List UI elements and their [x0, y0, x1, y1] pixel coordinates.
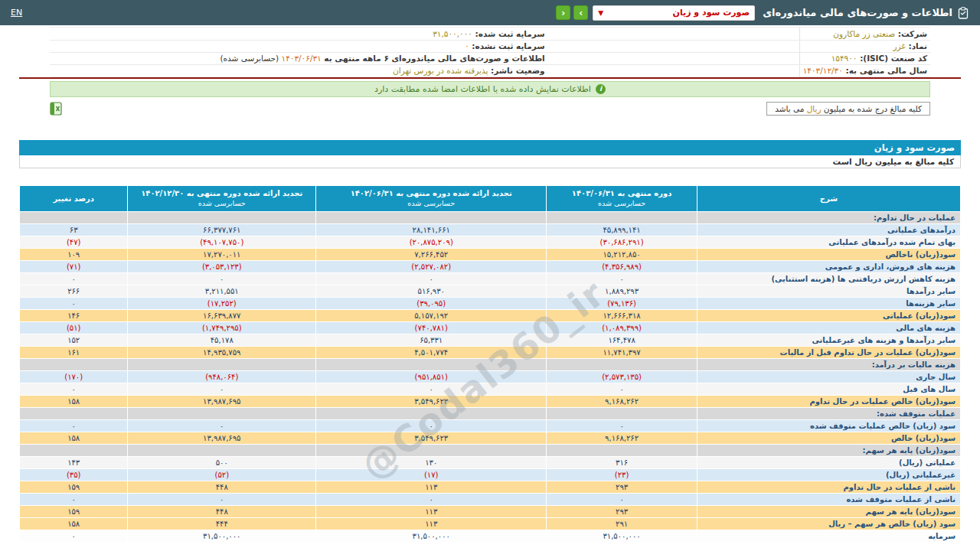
row-label: سود(زیان) پایه هر سهم: [697, 505, 960, 517]
value-cell: ۵۰۰: [128, 456, 316, 468]
value-cell: (۲۰,۸۷۵,۲۰۹): [316, 236, 547, 248]
signature-match-text: اطلاعات نمایش داده شده با اطلاعات امضا ش…: [374, 84, 591, 94]
table-row: سود(زیان) خالص۹,۱۶۸,۲۶۲۳,۵۴۹,۶۲۳۱۳,۹۸۷,۶…: [20, 432, 961, 444]
value-cell: ۱۵۸: [20, 432, 128, 444]
value-cell: (۳۹,۰۹۵): [316, 297, 547, 309]
table-row: سود(زیان) پایه هر سهم۲۹۳۱۱۳۴۴۸۱۵۹: [20, 505, 961, 517]
table-row: سال های قبل۰۰۰۰: [20, 383, 961, 395]
column-title: دوره منتهی به ۱۴۰۳/۰۶/۳۱: [550, 189, 694, 197]
column-title: تجدید ارائه شده دوره منتهی به ۱۴۰۲/۰۶/۳۱: [319, 189, 543, 197]
clipboard-icon: [957, 7, 969, 19]
info-cell: اطلاعات و صورت‌های مالی میاندوره‌ای ۶ ما…: [50, 52, 799, 64]
info-value: غزر: [893, 41, 905, 51]
value-cell: ۷,۲۶۶,۴۵۲: [316, 248, 547, 260]
value-cell: [316, 407, 547, 419]
value-cell: ۰: [547, 272, 697, 285]
value-cell: ۹,۱۶۸,۲۶۲: [547, 395, 697, 407]
table-row: بهای تمام شده درآمدهای عملیاتی(۳۰,۶۸۶,۲۹…: [20, 236, 961, 248]
value-cell: (۱۷۰): [20, 370, 128, 383]
value-cell: ۱۳,۹۸۷,۶۹۵: [128, 432, 316, 444]
value-cell: ۱۱,۷۴۱,۳۹۷: [547, 346, 697, 358]
value-cell: ۰: [547, 493, 697, 505]
info-cell: شرکت: صنعتی زر ماکارون: [799, 28, 930, 40]
period-nav: › ‹: [556, 5, 588, 20]
info-value: پذیرفته شده در بورس تهران: [393, 66, 488, 75]
value-cell: ۱۶۴,۴۷۸: [547, 334, 697, 346]
value-cell: (۲,۵۷۳,۱۳۵): [547, 370, 697, 383]
table-row: سایر درآمدها۱,۸۸۹,۲۹۳۵۱۶,۹۳۰۳,۲۱۱,۵۵۱۲۶۶: [20, 285, 961, 297]
chevron-down-icon: ▼: [598, 9, 603, 17]
table-row: هزینه های فروش، اداری و عمومی(۴,۳۵۶,۹۸۹)…: [20, 260, 961, 272]
column-header: تجدید ارائه شده دوره منتهی به ۱۴۰۲/۱۲/۳۰…: [128, 185, 316, 211]
value-cell: [316, 444, 547, 456]
value-cell: (۴۷): [20, 236, 128, 248]
unit-note: کلیه مبالغ درج شده به میلیون ریال می باش…: [766, 102, 930, 116]
column-header: تجدید ارائه شده دوره منتهی به ۱۴۰۲/۰۶/۳۱…: [316, 185, 547, 211]
info-row: کد صنعت (ISIC): ۱۵۴۹۰۰اطلاعات و صورت‌های…: [50, 52, 930, 64]
value-cell: ۴۴۸: [128, 481, 316, 493]
value-cell: ۴۴۴: [128, 517, 316, 530]
column-subtitle: حسابرسی شده: [131, 199, 312, 207]
value-cell: ۱۴۶: [20, 309, 128, 321]
column-title: شرح: [701, 194, 957, 203]
info-label: سرمایه ثبت نشده:: [469, 41, 545, 51]
row-label: سایر درآمدها و هزینه های غیرعملیاتی: [697, 334, 960, 346]
value-cell: ۰: [20, 419, 128, 432]
value-cell: ۳۱,۵۰۰,۰۰۰: [128, 530, 316, 542]
value-cell: ۱۳,۹۸۷,۶۹۵: [128, 395, 316, 407]
language-toggle-en[interactable]: EN: [11, 8, 22, 18]
value-cell: (۲۳): [547, 468, 697, 481]
table-row: سود(زیان) عملیات در حال تداوم قبل از مال…: [20, 346, 961, 358]
info-cell: وضعیت ناشر: پذیرفته شده در بورس تهران: [50, 64, 799, 77]
value-cell: ۱۵۲: [20, 334, 128, 346]
value-cell: ۱۵۸: [20, 517, 128, 530]
column-subtitle: حسابرسی شده: [319, 199, 543, 207]
value-cell: (۳۵): [20, 468, 128, 481]
value-cell: ۰: [128, 383, 316, 395]
column-title: تجدید ارائه شده دوره منتهی به ۱۴۰۲/۱۲/۳۰: [131, 189, 312, 197]
value-cell: (۴۹,۱۰۷,۷۵۰): [128, 236, 316, 248]
value-cell: ۱۱۳: [316, 481, 547, 493]
value-cell: (۱,۷۴۹,۲۹۵): [128, 321, 316, 334]
section-row: سود(زیان) پایه هر سهم:: [20, 444, 961, 456]
row-label: عملیاتی (ریال): [697, 456, 960, 468]
info-value: صنعتی زر ماکارون: [833, 29, 895, 38]
statement-select[interactable]: صورت سود و زیان ▼: [593, 5, 755, 21]
info-cell: سرمایه ثبت نشده: ۰: [50, 40, 799, 52]
unit-note-highlight: ریال: [807, 104, 822, 113]
nav-next-button[interactable]: ‹: [556, 5, 570, 20]
column-header: شرح: [697, 185, 960, 211]
nav-previous-button[interactable]: ›: [573, 5, 588, 20]
value-cell: ۰: [20, 272, 128, 285]
value-cell: ۶۵,۳۳۱: [316, 334, 547, 346]
value-cell: ۲۹۳: [547, 481, 697, 493]
value-cell: [128, 358, 316, 370]
value-cell: [128, 407, 316, 419]
row-label: سود(زیان) پایه هر سهم:: [697, 444, 960, 456]
info-value: ۳۱,۵۰۰,۰۰۰: [433, 29, 472, 38]
row-label: سود(زیان) عملیات در حال تداوم قبل از مال…: [697, 346, 960, 358]
row-label: سایر درآمدها: [697, 285, 960, 297]
row-label: بهای تمام شده درآمدهای عملیاتی: [697, 236, 960, 248]
value-cell: (۷۴۰,۷۸۱): [316, 321, 547, 334]
row-label: عملیات در حال تداوم:: [697, 211, 960, 223]
company-info-table: شرکت: صنعتی زر ماکارونسرمایه ثبت شده: ۳۱…: [50, 27, 930, 77]
value-cell: ۱۱۳: [316, 505, 547, 517]
top-bar: اطلاعات و صورت‌های مالی میاندوره‌ای صورت…: [0, 0, 980, 25]
row-label: هزینه کاهش ارزش دریافتنی ها (هزینه استثن…: [697, 272, 960, 285]
value-cell: [20, 444, 128, 456]
info-label: نماد:: [906, 41, 927, 51]
info-label: سال مالی منتهی به:: [843, 66, 927, 75]
row-label: درآمدهای عملیاتی: [697, 223, 960, 236]
column-subtitle: حسابرسی شده: [550, 199, 694, 207]
value-cell: [20, 211, 128, 223]
value-cell: ۰: [128, 419, 316, 432]
value-cell: ۵,۱۵۷,۱۹۲: [316, 309, 547, 321]
excel-export-icon[interactable]: [50, 102, 62, 119]
value-cell: ۰: [316, 493, 547, 505]
unit-note-suffix: می باشد: [775, 104, 806, 113]
value-cell: (۹۵۱,۸۵۱): [316, 370, 547, 383]
value-cell: ۴۵,۸۹۹,۱۴۱: [547, 223, 697, 236]
value-cell: (۳,۰۵۳,۱۲۳): [128, 260, 316, 272]
app-title-box: اطلاعات و صورت‌های مالی میاندوره‌ای: [763, 7, 969, 19]
